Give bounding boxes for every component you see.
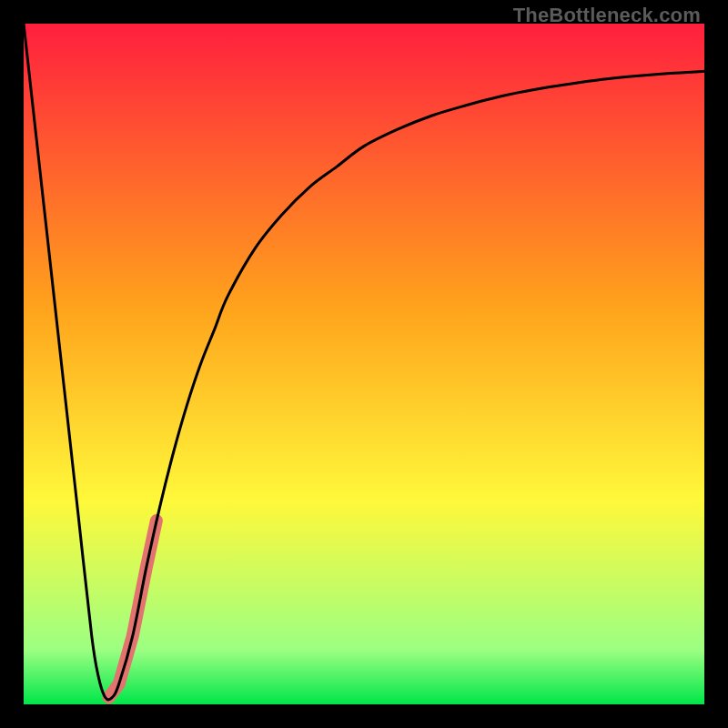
plot-area	[24, 24, 704, 704]
gradient-background	[24, 24, 704, 704]
outer-frame: TheBottleneck.com	[0, 0, 728, 728]
chart-svg	[24, 24, 704, 704]
